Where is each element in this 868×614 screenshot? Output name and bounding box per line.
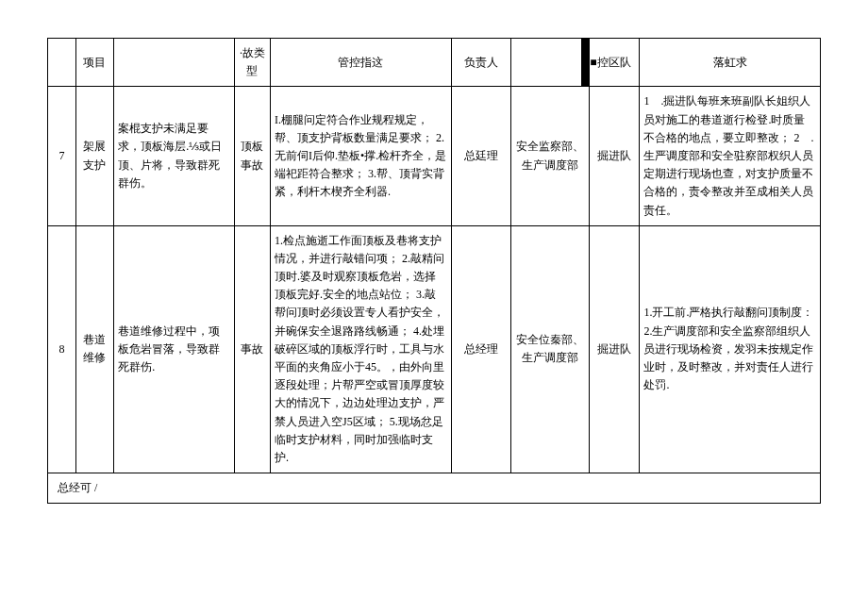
row-risk-desc: 巷道维修过程中，项板危岩冒落，导致群死群伤. — [114, 225, 235, 473]
footer-text: 总经可 / — [48, 473, 821, 504]
header-blank-num — [48, 39, 76, 87]
table-row: 8 巷道维修 巷道维修过程中，项板危岩冒落，导致群死群伤. 事故 1.检点施逝工… — [48, 225, 821, 473]
row-responsible: 总廷理 — [451, 87, 511, 225]
table-row: 7 架展支护 案棍支护未满足要求，顶板海层.⅓或日顶、片将，导致群死群伤。 顶板… — [48, 87, 821, 225]
row-num: 7 — [48, 87, 76, 225]
row-risk-desc: 案棍支护未满足要求，顶板海层.⅓或日顶、片将，导致群死群伤。 — [114, 87, 235, 225]
row-type: 顶板事故 — [234, 87, 270, 225]
row-control: 1.检点施逝工作面顶板及巷将支护情况，并进行敲错问项； 2.敲精问顶时.婆及时观… — [271, 225, 451, 473]
row-type: 事故 — [234, 225, 270, 473]
risk-control-table: 项目 ·故类型 管控指这 负责人 ■控区队 落虹求 7 架展支护 案棍支护未满足… — [47, 38, 821, 504]
header-control: 管控指这 — [271, 39, 451, 87]
table-footer-row: 总经可 / — [48, 473, 821, 504]
header-blank-desc — [114, 39, 235, 87]
row-team: 掘进队 — [590, 87, 640, 225]
header-responsible: 负责人 — [451, 39, 511, 87]
row-project: 巷道维修 — [75, 225, 113, 473]
header-requirement: 落虹求 — [640, 39, 821, 87]
row-department: 安全监察部、生产调度部 — [511, 87, 590, 225]
row-control: I.棚腿问定符合作业规程规定，帮、顶支护背板数量满足要求； 2.无前伺I后仰.垫… — [271, 87, 451, 225]
row-team: 掘进队 — [590, 225, 640, 473]
row-num: 8 — [48, 225, 76, 473]
header-team: ■控区队 — [590, 39, 640, 87]
header-project: 项目 — [75, 39, 113, 87]
header-dept-blank — [511, 39, 581, 87]
header-black-marker — [581, 39, 590, 87]
header-type: ·故类型 — [234, 39, 270, 87]
table-header-row: 项目 ·故类型 管控指这 负责人 ■控区队 落虹求 — [48, 39, 821, 87]
row-project: 架展支护 — [75, 87, 113, 225]
row-requirement: 1.开工前.严格执行敲翻问顶制度：2.生产调度部和安全监察部组织人员进行现场检资… — [640, 225, 821, 473]
row-department: 安全位秦部、生产调度部 — [511, 225, 590, 473]
row-responsible: 总经理 — [451, 225, 511, 473]
row-requirement: 1 .掘进队每班来班副队长姐织人员对施工的巷道逝行检登.时质量不合格的地点，要立… — [640, 87, 821, 225]
